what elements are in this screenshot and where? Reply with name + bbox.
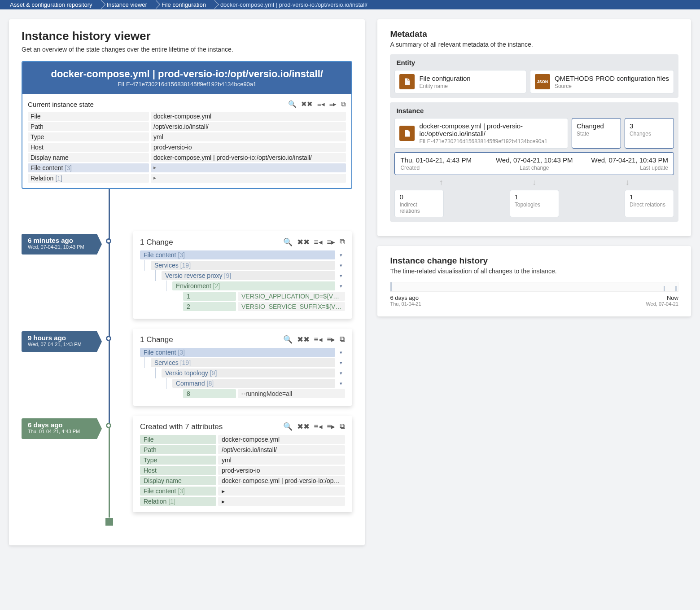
entity-title: Entity: [396, 59, 674, 66]
crow-val: prod-versio-io: [218, 466, 345, 475]
date-last-update: Wed, 07-04-21, 10:43 PM: [586, 156, 668, 164]
copy-icon[interactable]: ⧉: [340, 335, 345, 344]
search-icon[interactable]: 🔍: [283, 422, 293, 431]
tree-node[interactable]: File content[3]: [140, 348, 335, 357]
shuffle-icon[interactable]: ✖✖: [301, 100, 313, 108]
history-title: Instance change history: [390, 256, 678, 266]
rel-indirect[interactable]: 0Indirect relations: [394, 190, 444, 217]
row-key: Type: [28, 132, 149, 141]
indent-right-icon[interactable]: ≡▸: [327, 237, 336, 247]
row-key: File: [28, 112, 149, 121]
crow-val: yml: [218, 456, 345, 465]
expand-caret-icon[interactable]: [218, 497, 345, 506]
tree-node[interactable]: Versio reverse proxy[9]: [162, 271, 335, 280]
history-card: Instance history viewer Get an overview …: [9, 19, 365, 545]
instance-id: FILE-471e730216d156838145ff9ef192b4134bc…: [31, 81, 343, 88]
expand-key[interactable]: File content[3]: [28, 163, 149, 172]
crow-key: Path: [140, 445, 216, 454]
row-key: Host: [28, 143, 149, 152]
row-val: docker-compose.yml: [151, 112, 346, 121]
kv-key: 8: [183, 389, 236, 398]
timeline-dot: [106, 336, 111, 341]
crumb-instance-viewer[interactable]: Instance viewer: [101, 0, 155, 9]
instance-changes[interactable]: 3Changes: [625, 118, 674, 149]
chevron-down-icon[interactable]: [337, 379, 345, 388]
indent-left-icon[interactable]: ≡◂: [314, 422, 323, 431]
time-tag-created: 6 days ago Thu, 01-04-21, 4:43 PM: [22, 418, 97, 439]
tree-node[interactable]: Environment[2]: [172, 281, 335, 290]
crumb-file-config[interactable]: File configuration: [155, 0, 214, 9]
chevron-down-icon[interactable]: [337, 250, 345, 259]
indent-right-icon[interactable]: ≡▸: [327, 335, 336, 344]
history-chart-card: Instance change history The time-related…: [377, 246, 691, 316]
row-val: docker-compose.yml | prod-versio-io:/opt…: [151, 153, 346, 162]
page-title: Instance history viewer: [22, 29, 352, 43]
timeline-dot-created: [106, 423, 111, 428]
tree-node[interactable]: File content[3]: [140, 250, 335, 259]
indent-left-icon[interactable]: ≡◂: [317, 100, 325, 108]
expand-caret-icon[interactable]: [151, 174, 346, 183]
crumb-asset-repo[interactable]: Asset & configuration repository: [4, 0, 101, 9]
crow-key[interactable]: Relation[1]: [140, 497, 216, 506]
expand-caret-icon[interactable]: [218, 487, 345, 496]
tree-node[interactable]: Services[19]: [151, 358, 335, 367]
file-icon: [399, 126, 415, 141]
entity-item[interactable]: File configurationEntity name: [394, 70, 526, 93]
metadata-card: Metadata A summary of all relevant metad…: [377, 19, 691, 236]
crow-key[interactable]: File content[3]: [140, 487, 216, 496]
created-card: Created with 7 attributes 🔍 ✖✖ ≡◂ ≡▸ ⧉ F…: [133, 416, 352, 512]
time-tag: 6 minutes ago Wed, 07-04-21, 10:43 PM: [22, 234, 97, 255]
instance-section-title: Instance: [396, 107, 674, 114]
search-icon[interactable]: 🔍: [288, 100, 297, 108]
history-chart[interactable]: [390, 282, 678, 292]
change-card: 1 Change 🔍 ✖✖ ≡◂ ≡▸ ⧉ File content[3]: [133, 329, 352, 406]
rel-direct[interactable]: 1Direct relations: [625, 190, 674, 217]
indent-right-icon[interactable]: ≡▸: [327, 422, 336, 431]
kv-val: VERSIO_SERVICE_SUFFIX=${V…: [238, 302, 345, 311]
crumb-current: docker-compose.yml | prod-versio-io:/opt…: [214, 0, 376, 9]
copy-icon[interactable]: ⧉: [340, 422, 345, 431]
shuffle-icon[interactable]: ✖✖: [297, 237, 310, 247]
current-state-title: Current instance state: [28, 101, 94, 108]
shuffle-icon[interactable]: ✖✖: [297, 422, 310, 431]
expand-caret-icon[interactable]: [151, 163, 346, 172]
chevron-down-icon[interactable]: [337, 281, 345, 290]
page-subtitle: Get an overview of the state changes ove…: [22, 46, 352, 53]
shuffle-icon[interactable]: ✖✖: [297, 335, 310, 344]
instance-main[interactable]: docker-compose.yml | prod-versio-io:/opt…: [394, 118, 568, 149]
indent-left-icon[interactable]: ≡◂: [314, 335, 323, 344]
indent-right-icon[interactable]: ≡▸: [329, 100, 337, 108]
state-toolbar: 🔍 ✖✖ ≡◂ ≡▸ ⧉: [288, 100, 346, 108]
search-icon[interactable]: 🔍: [283, 335, 293, 344]
row-key: Display name: [28, 153, 149, 162]
tree-node[interactable]: Services[19]: [151, 261, 335, 270]
breadcrumb: Asset & configuration repository Instanc…: [0, 0, 700, 9]
rel-topologies[interactable]: 1Topologies: [510, 190, 559, 217]
copy-icon[interactable]: ⧉: [341, 100, 346, 108]
timeline-endcap: [105, 518, 113, 526]
chevron-down-icon[interactable]: [337, 348, 345, 357]
chevron-down-icon[interactable]: [337, 369, 345, 377]
tree-node[interactable]: Versio topology[9]: [162, 369, 335, 377]
json-source-icon: JSON: [535, 74, 550, 89]
chevron-down-icon[interactable]: [337, 271, 345, 280]
tree-node[interactable]: Command[8]: [172, 379, 335, 388]
search-icon[interactable]: 🔍: [283, 237, 293, 247]
instance-state[interactable]: ChangedState: [572, 118, 621, 149]
expand-key[interactable]: Relation[1]: [28, 174, 149, 183]
crow-key: Display name: [140, 476, 216, 485]
copy-icon[interactable]: ⧉: [340, 237, 345, 247]
chevron-down-icon[interactable]: [337, 261, 345, 270]
timeline: 6 minutes ago Wed, 07-04-21, 10:43 PM 1 …: [22, 195, 352, 535]
crow-val: docker-compose.yml: [218, 435, 345, 444]
history-subtitle: The time-related visualisation of all ch…: [390, 268, 678, 275]
chart-right-label: NowWed, 07-04-21: [646, 294, 678, 307]
entity-item[interactable]: JSON QMETHODS PROD configuration filesSo…: [530, 70, 674, 93]
row-val: prod-versio-io: [151, 143, 346, 152]
change-card: 1 Change 🔍 ✖✖ ≡◂ ≡▸ ⧉ File content[3]: [133, 231, 352, 319]
indent-left-icon[interactable]: ≡◂: [314, 237, 323, 247]
kv-key: 2: [183, 302, 236, 311]
chevron-down-icon[interactable]: [337, 358, 345, 367]
row-val: yml: [151, 132, 346, 141]
date-last-change: Wed, 07-04-21, 10:43 PM: [493, 156, 575, 164]
